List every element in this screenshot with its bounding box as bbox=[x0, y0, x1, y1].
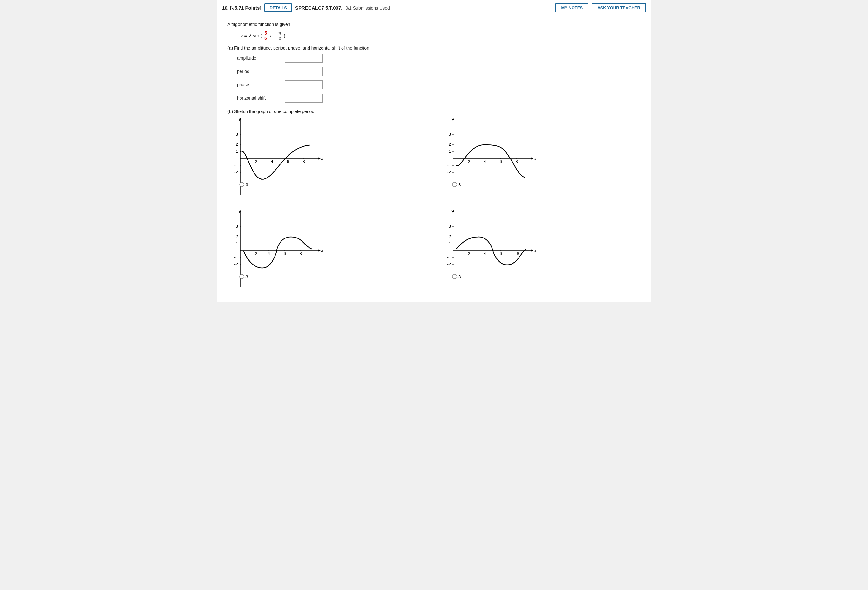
graph-wrapper-1: 3 2 1 -1 -2 2 4 6 8 bbox=[227, 117, 428, 200]
svg-point-102 bbox=[452, 274, 457, 279]
pi-denominator: 6 bbox=[278, 36, 282, 41]
fraction-denominator: 6 bbox=[264, 36, 267, 41]
svg-text:4: 4 bbox=[484, 251, 486, 256]
horizontal-shift-label: horizontal shift bbox=[237, 96, 278, 101]
svg-text:-1: -1 bbox=[234, 255, 238, 259]
svg-text:x: x bbox=[534, 248, 536, 253]
svg-text:8: 8 bbox=[517, 251, 519, 256]
svg-marker-2 bbox=[318, 157, 320, 160]
svg-text:8: 8 bbox=[299, 251, 301, 256]
svg-text:6: 6 bbox=[286, 159, 289, 164]
graph-wrapper-4: 3 2 1 -1 -2 2 4 6 8 bbox=[440, 209, 641, 292]
svg-point-24 bbox=[239, 182, 244, 187]
eq-x: x − bbox=[269, 33, 276, 39]
svg-text:6: 6 bbox=[283, 251, 286, 256]
svg-text:8: 8 bbox=[515, 159, 518, 164]
graph-svg-1: 3 2 1 -1 -2 2 4 6 8 bbox=[227, 117, 323, 200]
svg-text:2: 2 bbox=[468, 159, 470, 164]
period-row: period bbox=[237, 67, 641, 76]
equation-block: y = 2 sin ( 5 6 x − π 6 ) bbox=[240, 31, 641, 41]
svg-text:-2: -2 bbox=[234, 262, 238, 266]
svg-text:-1: -1 bbox=[447, 255, 451, 259]
svg-marker-28 bbox=[531, 157, 533, 160]
svg-text:8: 8 bbox=[303, 159, 305, 164]
svg-text:3: 3 bbox=[449, 224, 451, 229]
period-input[interactable] bbox=[285, 67, 323, 76]
svg-text:2: 2 bbox=[255, 159, 257, 164]
svg-text:-1: -1 bbox=[234, 163, 238, 167]
svg-text:-2: -2 bbox=[234, 169, 238, 174]
svg-text:3: 3 bbox=[449, 132, 451, 137]
part-a-label: (a) Find the amplitude, period, phase, a… bbox=[227, 46, 641, 50]
content-area: A trigonometric function is given. y = 2… bbox=[217, 16, 651, 302]
svg-text:4: 4 bbox=[267, 251, 270, 256]
svg-text:-1: -1 bbox=[447, 163, 451, 167]
svg-text:1: 1 bbox=[236, 241, 238, 246]
points-label: 10. [-/5.71 Points] bbox=[222, 5, 261, 10]
svg-point-50 bbox=[452, 182, 457, 187]
header-bar: 10. [-/5.71 Points] DETAILS SPRECALC7 5.… bbox=[217, 0, 651, 16]
part-b-label: (b) Sketch the graph of one complete per… bbox=[227, 109, 641, 114]
amplitude-input[interactable] bbox=[285, 54, 323, 63]
header-right: MY NOTES ASK YOUR TEACHER bbox=[555, 3, 646, 12]
fraction-pi-6: π 6 bbox=[278, 31, 282, 41]
svg-text:2: 2 bbox=[449, 234, 451, 239]
graph-wrapper-3: 3 2 1 -1 -2 2 4 6 8 bbox=[227, 209, 428, 292]
svg-point-76 bbox=[239, 274, 244, 279]
horizontal-shift-input[interactable] bbox=[285, 94, 323, 103]
amplitude-label: amplitude bbox=[237, 56, 278, 61]
fraction-numerator: 5 bbox=[264, 31, 267, 36]
fields-table: amplitude period phase horizontal shift bbox=[237, 54, 641, 103]
graph-svg-3: 3 2 1 -1 -2 2 4 6 8 bbox=[227, 209, 323, 292]
svg-text:x: x bbox=[534, 156, 536, 161]
graph-svg-4: 3 2 1 -1 -2 2 4 6 8 bbox=[440, 209, 536, 292]
details-button[interactable]: DETAILS bbox=[264, 3, 292, 12]
svg-text:3: 3 bbox=[236, 224, 238, 229]
eq-paren-open: ( bbox=[261, 33, 262, 39]
svg-text:1: 1 bbox=[449, 241, 451, 246]
svg-text:2: 2 bbox=[449, 142, 451, 147]
svg-text:-2: -2 bbox=[447, 169, 451, 174]
svg-text:-3: -3 bbox=[244, 182, 248, 187]
svg-text:x: x bbox=[321, 156, 323, 161]
horizontal-shift-row: horizontal shift bbox=[237, 94, 641, 103]
eq-y: y = 2 sin bbox=[240, 33, 259, 39]
svg-text:2: 2 bbox=[236, 234, 238, 239]
period-label: period bbox=[237, 69, 278, 74]
svg-text:x: x bbox=[321, 248, 323, 253]
eq-paren-close: ) bbox=[284, 33, 285, 39]
equation-text: y = 2 sin ( 5 6 x − π 6 ) bbox=[240, 31, 641, 41]
phase-row: phase bbox=[237, 80, 641, 89]
svg-text:4: 4 bbox=[484, 159, 486, 164]
svg-marker-80 bbox=[531, 249, 533, 252]
svg-text:1: 1 bbox=[236, 149, 238, 154]
problem-code: SPRECALC7 5.T.007. bbox=[295, 5, 342, 10]
svg-text:6: 6 bbox=[499, 251, 502, 256]
svg-text:4: 4 bbox=[271, 159, 273, 164]
graph-svg-2: 3 2 1 -1 -2 2 4 6 8 bbox=[440, 117, 536, 200]
my-notes-button[interactable]: MY NOTES bbox=[555, 3, 588, 12]
phase-label: phase bbox=[237, 82, 278, 87]
submissions-label: 0/1 Submissions Used bbox=[345, 5, 390, 10]
problem-statement: A trigonometric function is given. bbox=[227, 22, 641, 27]
graph-wrapper-2: 3 2 1 -1 -2 2 4 6 8 bbox=[440, 117, 641, 200]
svg-text:2: 2 bbox=[236, 142, 238, 147]
svg-text:2: 2 bbox=[255, 251, 257, 256]
svg-text:2: 2 bbox=[468, 251, 470, 256]
svg-marker-54 bbox=[318, 249, 320, 252]
svg-text:1: 1 bbox=[449, 149, 451, 154]
graphs-container: 3 2 1 -1 -2 2 4 6 8 bbox=[227, 117, 641, 292]
pi-numerator: π bbox=[278, 31, 282, 36]
svg-text:6: 6 bbox=[499, 159, 502, 164]
fraction-5-6: 5 6 bbox=[264, 31, 267, 41]
svg-text:-3: -3 bbox=[457, 274, 461, 279]
header-left: 10. [-/5.71 Points] DETAILS SPRECALC7 5.… bbox=[222, 3, 552, 12]
amplitude-row: amplitude bbox=[237, 54, 641, 63]
svg-text:-2: -2 bbox=[447, 262, 451, 266]
svg-text:3: 3 bbox=[236, 132, 238, 137]
phase-input[interactable] bbox=[285, 80, 323, 89]
page-container: 10. [-/5.71 Points] DETAILS SPRECALC7 5.… bbox=[217, 0, 651, 302]
ask-teacher-button[interactable]: ASK YOUR TEACHER bbox=[592, 3, 646, 12]
svg-text:-3: -3 bbox=[457, 182, 461, 187]
svg-text:-3: -3 bbox=[244, 274, 248, 279]
